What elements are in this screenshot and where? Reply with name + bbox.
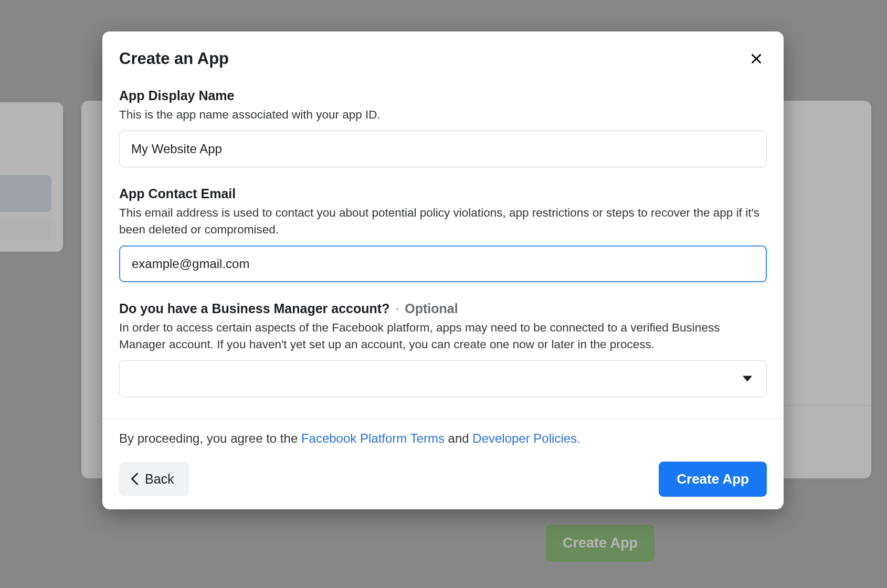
- field-business-manager: Do you have a Business Manager account? …: [119, 301, 767, 397]
- agreement-prefix: By proceeding, you agree to the: [119, 431, 301, 445]
- modal-header: Create an App: [119, 48, 767, 69]
- back-button-label: Back: [145, 472, 174, 487]
- create-app-modal: Create an App App Display Name This is t…: [102, 31, 784, 509]
- desc-business-manager: In order to access certain aspects of th…: [119, 319, 767, 353]
- modal-title: Create an App: [119, 49, 229, 68]
- label-app-display-name: App Display Name: [119, 88, 767, 103]
- optional-badge: Optional: [405, 301, 458, 316]
- desc-app-contact-email: This email address is used to contact yo…: [119, 205, 767, 238]
- create-app-button[interactable]: Create App: [659, 462, 767, 497]
- app-contact-email-input[interactable]: [119, 245, 767, 282]
- modal-footer: By proceeding, you agree to the Facebook…: [102, 418, 784, 509]
- footer-buttons: Back Create App: [119, 462, 767, 497]
- modal-body: Create an App App Display Name This is t…: [102, 31, 784, 418]
- developer-policies-link[interactable]: Developer Policies.: [472, 431, 580, 445]
- desc-app-display-name: This is the app name associated with you…: [119, 106, 767, 123]
- chevron-left-icon: [131, 472, 139, 486]
- optional-separator: ·: [395, 301, 399, 316]
- agreement-and: and: [445, 431, 472, 445]
- agreement-text: By proceeding, you agree to the Facebook…: [119, 431, 767, 446]
- back-button[interactable]: Back: [119, 462, 189, 496]
- label-app-contact-email: App Contact Email: [119, 186, 767, 201]
- close-button[interactable]: [746, 48, 767, 69]
- close-icon: [749, 52, 763, 66]
- business-manager-select-wrap: [119, 360, 767, 397]
- field-app-display-name: App Display Name This is the app name as…: [119, 88, 767, 167]
- label-business-manager-text: Do you have a Business Manager account?: [119, 301, 389, 316]
- platform-terms-link[interactable]: Facebook Platform Terms: [301, 431, 445, 445]
- business-manager-select[interactable]: [119, 360, 767, 397]
- field-app-contact-email: App Contact Email This email address is …: [119, 186, 767, 282]
- label-business-manager: Do you have a Business Manager account? …: [119, 301, 767, 316]
- app-display-name-input[interactable]: [119, 131, 767, 167]
